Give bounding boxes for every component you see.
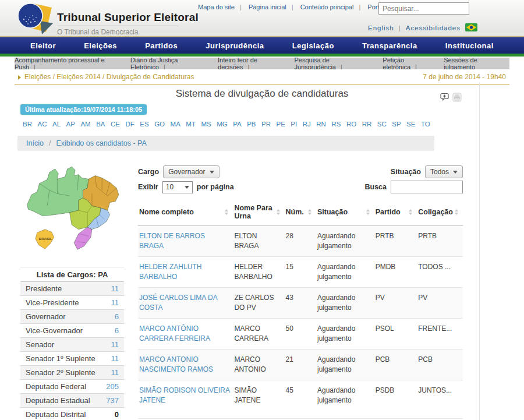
chevron-down-icon — [210, 171, 214, 174]
cargo-row-deputado-distrital[interactable]: Deputado Distrital 0 — [20, 408, 124, 420]
state-link-ro[interactable]: RO — [346, 121, 356, 128]
cargo-row-governador[interactable]: Governador 6 — [20, 310, 124, 324]
state-link-se[interactable]: SE — [406, 121, 415, 128]
state-link-br[interactable]: BR — [23, 121, 32, 128]
sort-icon[interactable] — [409, 209, 412, 215]
cargo-row-vice-governador[interactable]: Vice-Governador 6 — [20, 324, 124, 338]
nav-legislacao[interactable]: Legislação — [292, 41, 334, 50]
sort-icon[interactable] — [366, 209, 370, 215]
state-link-to[interactable]: TO — [421, 121, 430, 128]
situacao-dropdown[interactable]: Todos — [425, 165, 463, 178]
state-link-mt[interactable]: MT — [186, 121, 196, 128]
nav-eleicoes[interactable]: Eleições — [84, 41, 117, 50]
header-situacao[interactable]: Situação — [316, 199, 374, 226]
link-acessibilidades[interactable]: Acessibilidades — [406, 24, 461, 31]
nav-transparencia[interactable]: Transparência — [362, 41, 417, 50]
sort-icon[interactable] — [455, 209, 458, 215]
candidate-link[interactable]: MARCO ANTÔNIO CARRERA FERREIRA — [139, 324, 210, 343]
header-coligacao[interactable]: Coligação — [417, 199, 463, 226]
subnav-diario-justica[interactable]: Diário da Justiça Eletrônico — [130, 57, 218, 70]
state-link-rn[interactable]: RN — [316, 121, 326, 128]
header-num[interactable]: Núm. — [285, 199, 316, 226]
state-link-es[interactable]: ES — [140, 121, 148, 128]
state-link-ma[interactable]: MA — [171, 121, 180, 128]
site-search-input[interactable] — [378, 2, 469, 15]
sort-icon[interactable] — [308, 209, 311, 215]
comment-plus-icon[interactable] — [440, 93, 449, 102]
candidate-link[interactable]: SIMÃO ROBISON OLIVEIRA JATENE — [139, 386, 229, 404]
state-link-am[interactable]: AM — [80, 121, 90, 128]
cell-situacao: Aguardando julgamento — [316, 288, 374, 319]
state-link-ms[interactable]: MS — [201, 121, 211, 128]
cargo-row-senador[interactable]: Senador 11 — [20, 338, 124, 352]
sort-icon[interactable] — [277, 209, 280, 215]
link-pagina-inicial[interactable]: Página inicial — [249, 3, 299, 10]
state-link-pa[interactable]: PA — [233, 121, 242, 128]
nav-partidos[interactable]: Partidos — [145, 41, 178, 50]
nav-eleitor[interactable]: Eleitor — [30, 41, 56, 50]
link-conteudo-principal[interactable]: Conteúdo principal — [300, 3, 366, 10]
print-icon[interactable] — [452, 93, 462, 102]
subnav-pesquisa-jurisprudencia[interactable]: Pesquisa de Jurisprudência — [294, 57, 383, 70]
cell-situacao: Aguardando julgamento — [316, 257, 374, 288]
cargo-label: Senador — [26, 340, 54, 349]
breadcrumb-current[interactable]: Exibindo os candidatos - PA — [56, 139, 146, 147]
nav-institucional[interactable]: Institucional — [445, 41, 494, 50]
cargo-row-deputado-estadual[interactable]: Deputado Estadual 737 — [20, 394, 124, 408]
gold-breadcrumb[interactable]: Eleições / Eleições 2014 / Divulgação de… — [18, 73, 194, 81]
cargo-count: 11 — [111, 284, 119, 293]
cargo-label: Deputado Estadual — [26, 396, 90, 405]
busca-input[interactable] — [391, 181, 463, 193]
state-link-go[interactable]: GO — [154, 121, 165, 128]
header-partido[interactable]: Partido — [374, 199, 417, 226]
cell-situacao: Aguardando julgamento — [316, 226, 374, 257]
exibir-suffix: por página — [197, 183, 234, 191]
candidate-link[interactable]: ELTON DE BARROS BRAGA — [139, 232, 205, 250]
brand-block: Tribunal Superior Eleitoral O Tribunal d… — [57, 11, 199, 36]
cargo-row-senador-1-suplente[interactable]: Senador 1º Suplente 11 — [20, 352, 124, 366]
link-english[interactable]: English — [368, 24, 394, 31]
state-link-ap[interactable]: AP — [66, 121, 75, 128]
utility-links: Mapa do site Página inicial Conteúdo pri… — [198, 3, 394, 10]
nav-jurisprudencia[interactable]: Jurisprudência — [206, 41, 264, 50]
state-link-rr[interactable]: RR — [362, 121, 372, 128]
state-link-sp[interactable]: SP — [392, 121, 401, 128]
state-link-mg[interactable]: MG — [217, 121, 228, 128]
subnav-inteiro-teor[interactable]: Inteiro teor de decisões — [218, 57, 294, 70]
candidate-link[interactable]: JOSÉ CARLOS LIMA DA COSTA — [139, 294, 217, 312]
state-link-pb[interactable]: PB — [247, 121, 256, 128]
cell-urna: ZE CARLOS DO PV — [233, 288, 284, 319]
breadcrumb-home-link[interactable]: Início — [26, 139, 44, 147]
candidate-link[interactable]: MARCO ANTONIO NASCIMENTO RAMOS — [139, 355, 213, 373]
state-link-sc[interactable]: SC — [377, 121, 387, 128]
page-size-select[interactable]: 10 — [162, 181, 193, 193]
cargo-row-deputado-federal[interactable]: Deputado Federal 205 — [20, 380, 124, 394]
page-datetime: 7 de julho de 2014 - 19h40 — [423, 73, 506, 81]
cargo-row-vice-presidente[interactable]: Vice-Presidente 11 — [20, 296, 124, 310]
cell-urna: SIMÃO JATENE — [233, 380, 284, 411]
state-link-ac[interactable]: AC — [37, 121, 47, 128]
cargo-row-presidente[interactable]: Presidente 11 — [20, 282, 124, 296]
subnav-sessoes-julgamento[interactable]: Sessões de julgamento — [444, 57, 509, 70]
tse-logo-icon — [17, 2, 54, 37]
sort-icon[interactable] — [225, 209, 228, 215]
header-nome-para-urna[interactable]: Nome Para Urna — [233, 199, 284, 226]
state-link-ce[interactable]: CE — [111, 121, 120, 128]
brazil-map[interactable]: BRASIL — [20, 158, 132, 264]
state-link-rj[interactable]: RJ — [303, 121, 311, 128]
cargo-dropdown[interactable]: Governador — [163, 165, 219, 178]
cell-partido: PRTB — [374, 226, 417, 257]
candidate-link[interactable]: HELDER ZAHLUTH BARBALHO — [139, 263, 201, 281]
state-link-pi[interactable]: PI — [291, 121, 297, 128]
state-link-rs[interactable]: RS — [331, 121, 341, 128]
link-mapa-do-site[interactable]: Mapa do site — [198, 3, 247, 10]
header-nome-completo[interactable]: Nome completo — [138, 199, 233, 226]
subnav-peticao-eletronica[interactable]: Petição eletrônica — [383, 57, 444, 70]
state-link-df[interactable]: DF — [125, 121, 134, 128]
state-link-pr[interactable]: PR — [261, 121, 271, 128]
state-link-ba[interactable]: BA — [96, 121, 105, 128]
state-link-pe[interactable]: PE — [277, 121, 285, 128]
subnav-acompanhamento[interactable]: Acompanhamento processual e Push — [15, 57, 130, 70]
state-link-al[interactable]: AL — [52, 121, 61, 128]
cargo-row-senador-2-suplente[interactable]: Senador 2º Suplente 11 — [20, 366, 124, 380]
